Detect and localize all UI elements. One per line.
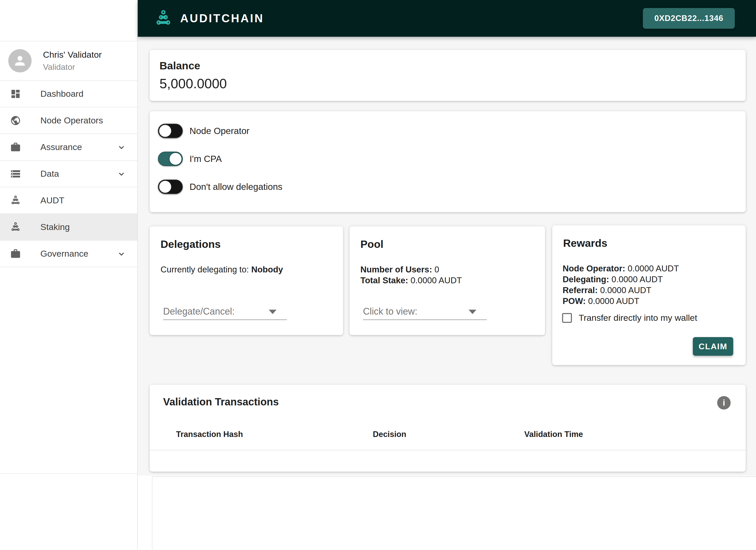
select-label: Delegate/Cancel: [163,306,235,317]
transfer-checkbox-row: Transfer directly into my wallet [562,313,697,323]
sidebar-item-label: Governance [40,249,88,259]
table-header-divider [150,450,746,450]
pool-card: Pool Number of Users: 0 Total Stake: 0.0… [350,227,545,335]
pool-view-select[interactable]: Click to view: [363,304,487,320]
sidebar-item-audt[interactable]: AUDT [0,187,137,214]
table-body-section [152,476,756,550]
reward-value: 0.0000 AUDT [628,264,679,273]
auditchain-icon [10,195,21,206]
sidebar-top-spacer [0,0,137,41]
toggle-label: Node Operator [190,126,250,136]
avatar [8,49,32,72]
globe-icon [10,115,21,126]
dropdown-caret-icon [269,310,277,314]
reward-value: 0.0000 AUDT [612,275,663,284]
pool-stats: Number of Users: 0 Total Stake: 0.0000 A… [360,264,462,286]
staking-page: Chris' Validator Validator Dashboard Nod… [0,0,756,550]
node-operator-toggle[interactable] [158,124,183,138]
dashboard-icon [10,88,21,100]
rewards-title: Rewards [563,237,607,250]
reward-value: 0.0000 AUDT [588,296,639,306]
delegation-status-value: Nobody [251,265,283,274]
delegation-status-label: Currently delegating to: [161,265,251,274]
sidebar-item-label: Assurance [40,142,82,152]
briefcase-icon [10,142,21,153]
profile-role: Validator [43,62,102,72]
column-transaction-hash: Transaction Hash [176,430,243,439]
brand: AUDITCHAIN [154,9,264,28]
chevron-down-icon [117,249,126,260]
reward-value: 0.0000 AUDT [600,285,651,295]
balance-title: Balance [159,60,200,72]
delegation-status: Currently delegating to: Nobody [161,264,283,275]
reward-label: POW: [563,296,588,306]
sidebar-item-data[interactable]: Data [0,161,137,187]
balance-value: 5,000.0000 [159,76,227,91]
chevron-down-icon [117,143,126,154]
column-validation-time: Validation Time [524,430,583,439]
validation-transactions-title: Validation Transactions [163,396,279,408]
sidebar-item-staking[interactable]: Staking [0,214,137,241]
pool-stake-label: Total Stake: [360,275,411,285]
sidebar-item-node-operators[interactable]: Node Operators [0,107,137,134]
toggle-row-dont-allow-delegations: Don't allow delegations [158,180,282,194]
wallet-address-button[interactable]: 0XD2CB22...1346 [643,8,735,29]
settings-card: Node Operator I'm CPA Don't allow delega… [150,111,746,212]
reward-label: Referral: [563,285,600,295]
sidebar-item-governance[interactable]: Governance [0,241,137,267]
auditchain-logo-icon [154,9,173,28]
dropdown-caret-icon [469,310,476,314]
sidebar-item-label: Node Operators [40,115,103,126]
sidebar-item-label: Data [40,169,59,179]
delegations-title: Delegations [161,238,221,251]
sidebar-item-dashboard[interactable]: Dashboard [0,81,137,107]
sidebar-item-label: AUDT [40,195,64,206]
sidebar-item-label: Dashboard [40,89,83,99]
transfer-wallet-checkbox[interactable] [562,313,572,323]
validation-transactions-card: Validation Transactions i Transaction Ha… [150,385,746,472]
transactions-table-header: Transaction Hash Decision Validation Tim… [150,430,746,442]
balance-card: Balance 5,000.0000 [150,50,746,101]
delegate-cancel-select[interactable]: Delegate/Cancel: [163,304,287,320]
chevron-down-icon [117,169,126,180]
toggle-knob [159,180,172,193]
column-decision: Decision [373,430,406,439]
sidebar-item-label: Staking [40,222,70,232]
app-header: AUDITCHAIN 0XD2CB22...1346 [138,0,756,37]
pool-stake-value: 0.0000 AUDT [411,275,462,285]
auditchain-icon [10,222,21,233]
info-icon[interactable]: i [717,396,731,409]
claim-button[interactable]: CLAIM [693,337,733,356]
delegations-card: Delegations Currently delegating to: Nob… [150,227,343,335]
person-icon [13,54,27,68]
toggle-label: I'm CPA [190,154,222,164]
brand-name: AUDITCHAIN [180,12,264,25]
toggle-knob [159,125,172,137]
select-label: Click to view: [363,306,417,317]
sidebar: Chris' Validator Validator Dashboard Nod… [0,0,138,550]
storage-icon [10,168,21,180]
rewards-card: Rewards Node Operator: 0.0000 AUDT Deleg… [552,225,746,365]
reward-label: Node Operator: [563,264,628,273]
sidebar-bottom-divider [0,473,137,474]
toggle-label: Don't allow delegations [190,182,282,192]
pool-title: Pool [360,238,383,251]
dont-allow-delegations-toggle[interactable] [158,180,183,194]
briefcase-icon [10,248,21,260]
pool-users-label: Number of Users: [360,265,434,274]
transfer-checkbox-label: Transfer directly into my wallet [579,313,697,323]
sidebar-item-assurance[interactable]: Assurance [0,134,137,161]
pool-users-value: 0 [434,265,439,274]
reward-label: Delegating: [563,275,612,284]
toggle-row-node-operator: Node Operator [158,124,250,138]
toggle-row-im-cpa: I'm CPA [158,152,222,166]
profile-name: Chris' Validator [43,50,102,60]
toggle-knob [169,152,182,165]
im-cpa-toggle[interactable] [158,152,183,166]
profile-section: Chris' Validator Validator [0,41,137,81]
rewards-stats: Node Operator: 0.0000 AUDT Delegating: 0… [563,263,679,306]
